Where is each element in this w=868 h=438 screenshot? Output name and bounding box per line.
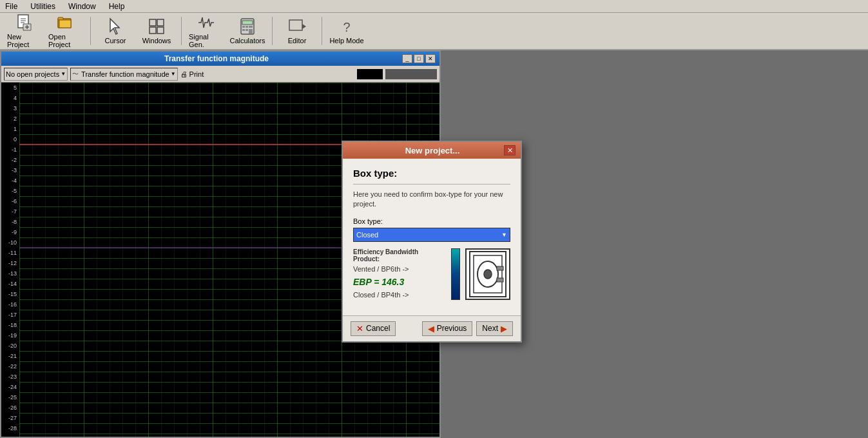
svg-rect-17 [242,26,245,28]
calculators-icon [238,17,256,35]
svg-rect-16 [242,21,253,25]
help-mode-label: Help Mode [329,37,363,45]
previous-button[interactable]: ◀ Previous [422,321,473,336]
help-mode-button[interactable]: ? Help Mode [327,14,366,48]
svg-rect-20 [242,29,245,31]
dialog-footer: ✕ Cancel ◀ Previous Next ▶ [343,315,521,341]
toolbar: New Project Open Project Cursor [0,13,868,50]
next-icon: ▶ [501,324,507,333]
svg-rect-11 [149,19,156,26]
signal-gen-icon [197,14,215,32]
dialog-box-type-arrow: ▼ [501,232,507,238]
dialog-description: Here you need to confirm box-type for yo… [353,190,510,210]
open-project-button[interactable]: Open Project [46,14,85,48]
speaker-preview [465,248,510,300]
svg-marker-10 [110,19,119,34]
main-area: Transfer function magnitude _ □ ✕ No ope… [0,50,868,438]
svg-rect-19 [249,26,253,28]
previous-icon: ◀ [428,324,434,333]
cancel-button[interactable]: ✕ Cancel [351,321,396,336]
signal-gen-button[interactable]: Signal Gen. [187,14,226,48]
open-project-icon [57,14,75,32]
menu-utilities[interactable]: Utilities [28,1,58,12]
svg-rect-9 [59,20,71,28]
cursor-button[interactable]: Cursor [96,14,135,48]
new-project-button[interactable]: New Project [5,14,44,48]
open-project-label: Open Project [48,33,83,48]
dialog-separator [353,184,510,184]
next-label: Next [482,324,498,333]
new-project-icon [15,14,34,32]
dialog-body: Box type: Here you need to confirm box-t… [343,159,521,315]
editor-icon [288,17,306,35]
windows-label: Windows [142,37,171,45]
calculators-button[interactable]: Calculators [228,14,267,48]
menu-window[interactable]: Window [66,1,99,12]
cursor-label: Cursor [104,37,126,45]
dialog-title-bar: New project... ✕ [343,142,521,159]
svg-rect-22 [249,29,253,34]
toolbar-separator-4 [322,17,322,45]
windows-icon [148,17,166,35]
dialog-select-row: Closed ▼ [353,228,510,242]
dialog-box-type-value: Closed [356,231,378,239]
next-button[interactable]: Next ▶ [476,321,513,336]
editor-button[interactable]: Editor [278,14,316,48]
calculators-label: Calculators [229,37,265,45]
dialog-title-text: New project... [361,146,504,155]
toolbar-separator-1 [90,17,91,45]
ebp-left: Efficiency Bandwidth Product: Vented / B… [353,248,446,300]
speaker-preview-svg [468,250,507,298]
svg-rect-34 [497,266,503,270]
cancel-label: Cancel [366,324,390,333]
svg-rect-35 [497,278,503,282]
svg-rect-21 [246,29,248,31]
ebp-right [451,248,460,300]
ebp-closed-option[interactable]: Closed / BP4th -> [353,291,446,299]
dialog-close-button[interactable]: ✕ [504,145,516,155]
windows-button[interactable]: Windows [137,14,176,48]
svg-text:?: ? [343,20,350,34]
dialog-box-type-select[interactable]: Closed ▼ [353,228,510,242]
ebp-section: Efficiency Bandwidth Product: Vented / B… [353,248,510,300]
signal-gen-label: Signal Gen. [189,33,224,48]
ebp-value: EBP = 146.3 [353,277,446,287]
cancel-icon: ✕ [356,324,363,333]
svg-rect-8 [58,17,63,20]
dialog-overlay: New project... ✕ Box type: Here you need… [0,50,868,438]
menu-help[interactable]: Help [106,1,128,12]
toolbar-separator-3 [272,17,273,45]
svg-rect-23 [289,20,302,30]
menu-bar: File Utilities Window Help [0,0,868,13]
ebp-label: Efficiency Bandwidth Product: [353,248,446,263]
dialog-heading: Box type: [353,168,510,179]
toolbar-separator-2 [181,17,182,45]
ebp-gradient-bar [451,248,460,300]
svg-rect-18 [246,26,248,28]
previous-label: Previous [437,324,467,333]
svg-point-33 [484,270,492,279]
cursor-icon [106,17,124,35]
svg-marker-24 [302,24,306,29]
svg-rect-14 [157,27,164,34]
new-project-dialog: New project... ✕ Box type: Here you need… [342,141,522,343]
dialog-box-type-label: Box type: [353,217,510,225]
new-project-label: New Project [7,33,42,48]
menu-file[interactable]: File [3,1,20,12]
help-mode-icon: ? [338,17,356,35]
ebp-vented-option[interactable]: Vented / BP6th -> [353,265,446,273]
editor-label: Editor [288,37,307,45]
svg-rect-12 [157,19,164,26]
svg-rect-13 [149,27,156,34]
nav-buttons: ◀ Previous Next ▶ [422,321,513,336]
